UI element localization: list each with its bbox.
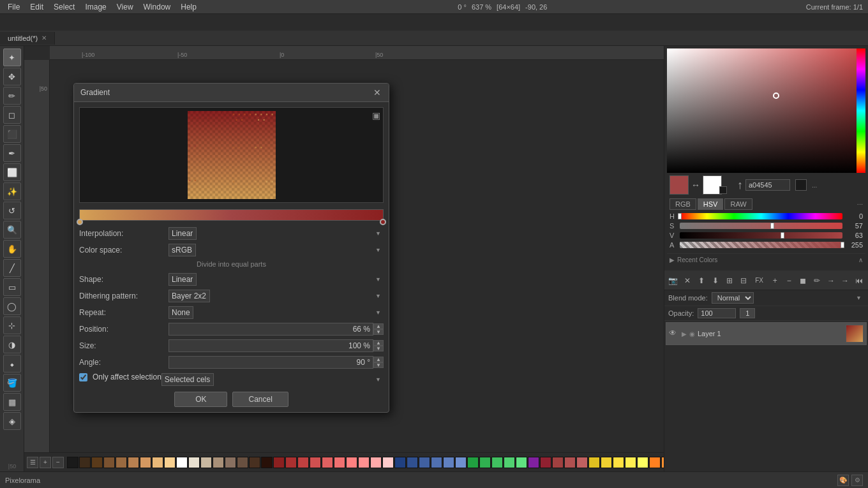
palette-color-43[interactable] xyxy=(588,457,600,468)
dithering-select[interactable]: Bayer 2x2 xyxy=(168,290,210,302)
layer-expand-icon[interactable]: ◉ xyxy=(689,330,695,337)
h-slider[interactable] xyxy=(680,213,842,219)
ok-button[interactable]: OK xyxy=(174,392,227,407)
rect-btn[interactable]: ▭ xyxy=(3,278,21,296)
palette-color-22[interactable] xyxy=(334,457,345,468)
palette-color-12[interactable] xyxy=(213,457,224,468)
layer-tool3[interactable]: ⬆ xyxy=(695,274,708,288)
palette-color-39[interactable] xyxy=(540,457,551,468)
palette-color-10[interactable] xyxy=(188,457,200,468)
ellipse-btn[interactable]: ◯ xyxy=(3,297,21,315)
layer-name-input[interactable] xyxy=(698,330,843,337)
palette-color-45[interactable] xyxy=(613,457,624,468)
layer-item[interactable]: 👁 ▶ ◉ xyxy=(666,322,867,345)
pencil-tool-btn[interactable]: ✏ xyxy=(3,87,21,105)
palette-color-46[interactable] xyxy=(625,457,636,468)
size-down-btn[interactable]: ▼ xyxy=(373,346,384,351)
layer-tool4[interactable]: ⬇ xyxy=(709,274,722,288)
layer-remove-btn[interactable]: − xyxy=(782,274,795,288)
palette-color-1[interactable] xyxy=(79,457,91,468)
select-rect-btn[interactable]: ⬜ xyxy=(3,163,21,181)
shading-btn[interactable]: ◑ xyxy=(3,336,21,353)
recent-expand-icon[interactable]: ∧ xyxy=(858,256,863,263)
palette-color-28[interactable] xyxy=(407,457,418,468)
layer-merge-btn[interactable]: ⊟ xyxy=(737,274,750,288)
layer-visibility-icon[interactable]: 👁 xyxy=(669,329,679,339)
palette-color-7[interactable] xyxy=(152,457,163,468)
palette-color-38[interactable] xyxy=(528,457,539,468)
color-space-select[interactable]: sRGB xyxy=(168,244,196,256)
color-gradient-picker[interactable] xyxy=(667,48,865,173)
gradient-stop-right[interactable] xyxy=(380,219,386,225)
palette-color-29[interactable] xyxy=(419,457,430,468)
foreground-color-swatch[interactable] xyxy=(670,175,689,195)
rotate-btn[interactable]: ↺ xyxy=(3,202,21,219)
palette-color-30[interactable] xyxy=(431,457,442,468)
palette-color-40[interactable] xyxy=(552,457,564,468)
angle-up-btn[interactable]: ▲ xyxy=(373,357,384,362)
tab-close-btn[interactable]: ✕ xyxy=(41,34,47,41)
palette-color-41[interactable] xyxy=(564,457,576,468)
position-up-btn[interactable]: ▲ xyxy=(373,323,384,329)
palette-color-19[interactable] xyxy=(297,457,309,468)
angle-down-btn[interactable]: ▼ xyxy=(373,362,384,368)
swap-colors-btn[interactable]: ↔ xyxy=(691,180,700,190)
palette-color-36[interactable] xyxy=(504,457,515,468)
palette-color-42[interactable] xyxy=(576,457,588,468)
layer-add2-btn[interactable]: + xyxy=(768,274,781,288)
layer-tool9[interactable]: ✏ xyxy=(811,274,823,288)
palette-color-49[interactable] xyxy=(661,457,664,468)
pan-btn[interactable]: ✋ xyxy=(3,240,21,258)
palette-color-8[interactable] xyxy=(164,457,176,468)
move-tool-btn[interactable]: ✥ xyxy=(3,68,21,85)
layer-copy-btn[interactable]: ⊞ xyxy=(723,274,736,288)
palette-color-13[interactable] xyxy=(225,457,236,468)
layer-tool2[interactable]: ✕ xyxy=(681,274,694,288)
gradient-tool-btn[interactable]: ▦ xyxy=(3,393,21,411)
brush-btn[interactable]: ⬥ xyxy=(3,355,21,373)
status-palette-btn[interactable]: 🎨 xyxy=(837,475,849,486)
palette-color-18[interactable] xyxy=(285,457,297,468)
select-magic-btn[interactable]: ✨ xyxy=(3,182,21,200)
shape-select[interactable]: Linear xyxy=(168,273,197,286)
size-up-btn[interactable]: ▲ xyxy=(373,340,384,346)
film-strip-icon[interactable]: ▣ xyxy=(372,110,380,121)
layer-first-frame-btn[interactable]: ⏮ xyxy=(853,274,865,288)
palette-color-34[interactable] xyxy=(479,457,491,468)
cursor-tool-btn[interactable]: ✦ xyxy=(3,48,21,66)
gradient-bar[interactable] xyxy=(79,209,384,221)
menu-view[interactable]: View xyxy=(112,1,138,13)
angle-input[interactable] xyxy=(168,356,373,369)
palette-color-4[interactable] xyxy=(116,457,127,468)
paint-bucket-btn[interactable]: 🪣 xyxy=(3,374,21,392)
palette-color-44[interactable] xyxy=(601,457,612,468)
position-down-btn[interactable]: ▼ xyxy=(373,329,384,335)
palette-color-20[interactable] xyxy=(310,457,321,468)
palette-color-33[interactable] xyxy=(467,457,479,468)
palette-remove-btn[interactable]: − xyxy=(52,457,64,468)
dialog-close-btn[interactable]: ✕ xyxy=(372,87,382,98)
only-affect-selection-checkbox[interactable] xyxy=(79,373,87,381)
cancel-button[interactable]: Cancel xyxy=(232,392,288,407)
color-picker-btn[interactable]: ◈ xyxy=(3,412,21,430)
extra-options-btn[interactable]: ... xyxy=(857,198,863,210)
layer-tool8[interactable]: ◼ xyxy=(797,274,809,288)
opacity-input[interactable] xyxy=(698,308,736,318)
line-btn[interactable]: ╱ xyxy=(3,259,21,277)
menu-help[interactable]: Help xyxy=(176,1,202,13)
layer-lock-icon[interactable]: ▶ xyxy=(682,330,687,337)
raw-tab[interactable]: RAW xyxy=(724,198,752,210)
selected-cels-select[interactable]: Selected cels xyxy=(161,373,214,386)
palette-color-48[interactable] xyxy=(649,457,661,468)
palette-color-3[interactable] xyxy=(103,457,115,468)
palette-menu-btn[interactable]: ☰ xyxy=(27,457,38,468)
palette-color-23[interactable] xyxy=(346,457,357,468)
more-options-btn[interactable]: ... xyxy=(812,182,817,189)
eraser-tool-btn[interactable]: ◻ xyxy=(3,106,21,124)
palette-color-14[interactable] xyxy=(237,457,248,468)
recent-colors-toggle[interactable]: ▶ Recent Colors ∧ xyxy=(670,256,863,263)
zoom-btn[interactable]: 🔍 xyxy=(3,221,21,239)
palette-color-26[interactable] xyxy=(382,457,394,468)
palette-color-15[interactable] xyxy=(249,457,260,468)
palette-color-17[interactable] xyxy=(273,457,285,468)
